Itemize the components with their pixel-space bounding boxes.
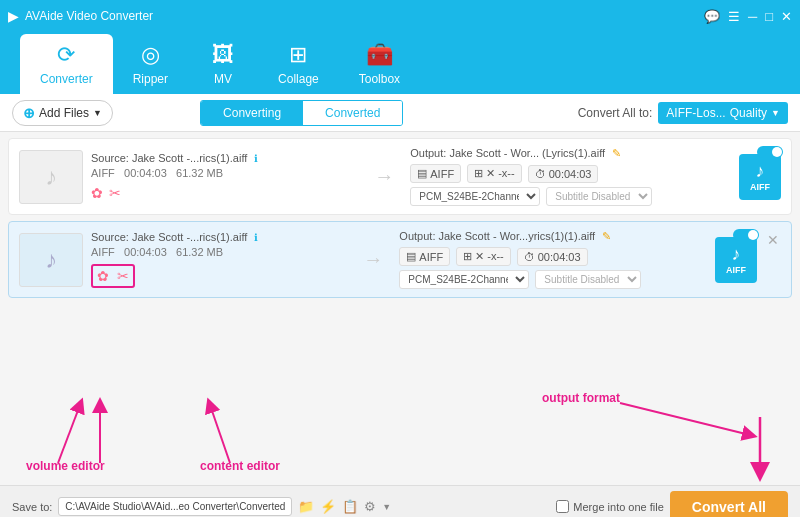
collage-icon: ⊞ (289, 42, 307, 68)
output-format-badge-1: ▤ AIFF (410, 164, 461, 183)
toolbox-icon: 🧰 (366, 42, 393, 68)
cut-icon-1[interactable]: ✂ (109, 185, 121, 201)
format-badge-1: ♪ AIFF (739, 154, 781, 200)
chat-icon[interactable]: 💬 (704, 9, 720, 24)
cut-icon-2[interactable]: ✂ (117, 268, 129, 284)
toggle-1[interactable] (757, 146, 783, 158)
format-select-quality: Quality (730, 106, 767, 120)
format-icon-2: ▤ (406, 250, 416, 263)
badge-label-2: AIFF (726, 265, 746, 275)
arrow-right-2: → (355, 248, 391, 271)
file-item-2: ♪ Source: Jake Scott -...rics(1).aiff ℹ … (8, 221, 792, 298)
title-bar: ▶ AVAide Video Converter 💬 ☰ ─ □ ✕ (0, 0, 800, 32)
output-info-1: Output: Jake Scott - Wor... (Lyrics(1).a… (410, 147, 731, 206)
open-folder-icon[interactable]: ⚡ (320, 499, 336, 514)
folder-action-icon[interactable]: 📋 (342, 499, 358, 514)
save-path-display: C:\AVAide Studio\AVAid...eo Converter\Co… (58, 497, 292, 516)
subtitle-select-2[interactable]: Subtitle Disabled (535, 270, 641, 289)
app-logo-icon: ▶ (8, 8, 19, 24)
nav-item-collage[interactable]: ⊞ Collage (258, 34, 339, 94)
volume-editor-label: volume editor (26, 459, 105, 473)
toggle-circle-2 (748, 230, 758, 240)
file-info-2: Source: Jake Scott -...rics(1).aiff ℹ AI… (91, 231, 347, 288)
plus-icon: ⊕ (23, 105, 35, 121)
output-format-badge-2: ▤ AIFF (399, 247, 450, 266)
file-meta-2: AIFF 00:04:03 61.32 MB (91, 246, 347, 258)
menu-icon[interactable]: ☰ (728, 9, 740, 24)
output-source-1: Output: Jake Scott - Wor... (Lyrics(1).a… (410, 147, 731, 160)
app-title: AVAide Video Converter (25, 9, 153, 23)
path-dropdown-icon[interactable]: ▼ (382, 502, 391, 512)
svg-line-3 (620, 403, 750, 435)
add-files-dropdown-icon[interactable]: ▼ (93, 108, 102, 118)
subtitle-select-1[interactable]: Subtitle Disabled (546, 187, 652, 206)
toggle-circle-1 (772, 147, 782, 157)
close-button[interactable]: ✕ (781, 9, 792, 24)
file-thumbnail-1: ♪ (19, 150, 83, 204)
format-select-dropdown[interactable]: AIFF-Los... Quality ▼ (658, 102, 788, 124)
file-item-1: ♪ Source: Jake Scott -...rics(1).aiff ℹ … (8, 138, 792, 215)
add-files-button[interactable]: ⊕ Add Files ▼ (12, 100, 113, 126)
output-info-2: Output: Jake Scott - Wor...yrics(1)(1).a… (399, 230, 707, 289)
file-actions-1: ✿ ✂ (91, 185, 358, 201)
output-format-annotation: output format (542, 391, 620, 405)
output-edit-icon-2[interactable]: ✎ (602, 230, 611, 242)
file-source-1: Source: Jake Scott -...rics(1).aiff ℹ (91, 152, 358, 164)
tab-converted[interactable]: Converted (303, 101, 402, 125)
minimize-button[interactable]: ─ (748, 9, 757, 24)
output-edit-icon-1[interactable]: ✎ (612, 147, 621, 159)
merge-checkbox[interactable] (556, 500, 569, 513)
converter-icon: ⟳ (57, 42, 75, 68)
annotation-area: volume editor content editor output form… (0, 385, 800, 485)
toggle-2[interactable] (733, 229, 759, 241)
nav-label-collage: Collage (278, 72, 319, 86)
browse-folder-icon[interactable]: 📁 (298, 499, 314, 514)
add-files-label: Add Files (39, 106, 89, 120)
file-meta-1: AIFF 00:04:03 61.32 MB (91, 167, 358, 179)
ripper-icon: ◎ (141, 42, 160, 68)
settings-icon[interactable]: ⚙ (364, 499, 376, 514)
output-settings-2: ▤ AIFF ⊞ ✕ -x-- ⏱ 00:04:03 (399, 247, 707, 266)
tab-group: Converting Converted (200, 100, 403, 126)
audio-channel-select-2[interactable]: PCM_S24BE-2Channel (399, 270, 529, 289)
output-duration-badge-2: ⏱ 00:04:03 (517, 248, 588, 266)
res-icon-2: ⊞ (463, 250, 472, 263)
output-settings-1: ▤ AIFF ⊞ ✕ -x-- ⏱ 00:04:03 (410, 164, 731, 183)
info-icon-1[interactable]: ℹ (254, 153, 258, 164)
file-info-1: Source: Jake Scott -...rics(1).aiff ℹ AI… (91, 152, 358, 201)
clock-icon-2: ⏱ (524, 251, 535, 263)
content-editor-label: content editor (200, 459, 280, 473)
nav-item-ripper[interactable]: ◎ Ripper (113, 34, 188, 94)
nav-bar: ⟳ Converter ◎ Ripper 🖼 MV ⊞ Collage 🧰 To… (0, 32, 800, 94)
output-duration-badge-1: ⏱ 00:04:03 (528, 165, 599, 183)
convert-all-button[interactable]: Convert All (670, 491, 788, 518)
badge-icon-1: ♪ (756, 161, 765, 182)
audio-channel-select-1[interactable]: PCM_S24BE-2Channel (410, 187, 540, 206)
file-actions-2: ✿ ✂ (91, 264, 135, 288)
info-icon-2[interactable]: ℹ (254, 232, 258, 243)
toolbar: ⊕ Add Files ▼ Converting Converted Conve… (0, 94, 800, 132)
nav-item-mv[interactable]: 🖼 MV (188, 34, 258, 94)
file-source-2: Source: Jake Scott -...rics(1).aiff ℹ (91, 231, 347, 243)
convert-all-to-area: Convert All to: AIFF-Los... Quality ▼ (578, 102, 788, 124)
output-res-badge-1: ⊞ ✕ -x-- (467, 164, 522, 183)
nav-label-toolbox: Toolbox (359, 72, 400, 86)
nav-item-converter[interactable]: ⟳ Converter (20, 34, 113, 94)
format-dropdown-icon: ▼ (771, 108, 780, 118)
maximize-button[interactable]: □ (765, 9, 773, 24)
music-note-icon-1: ♪ (45, 163, 57, 191)
main-content: ♪ Source: Jake Scott -...rics(1).aiff ℹ … (0, 132, 800, 385)
volume-editor-icon-2[interactable]: ✿ (97, 268, 109, 284)
merge-label: Merge into one file (573, 501, 664, 513)
tab-converting[interactable]: Converting (201, 101, 303, 125)
res-icon-1: ⊞ (474, 167, 483, 180)
nav-item-toolbox[interactable]: 🧰 Toolbox (339, 34, 420, 94)
volume-editor-icon-1[interactable]: ✿ (91, 185, 103, 201)
format-select-value: AIFF-Los... (666, 106, 725, 120)
badge-icon-2: ♪ (732, 244, 741, 265)
nav-label-mv: MV (214, 72, 232, 86)
nav-label-ripper: Ripper (133, 72, 168, 86)
badge-label-1: AIFF (750, 182, 770, 192)
close-file-2[interactable]: ✕ (765, 230, 781, 250)
file-thumbnail-2: ♪ (19, 233, 83, 287)
